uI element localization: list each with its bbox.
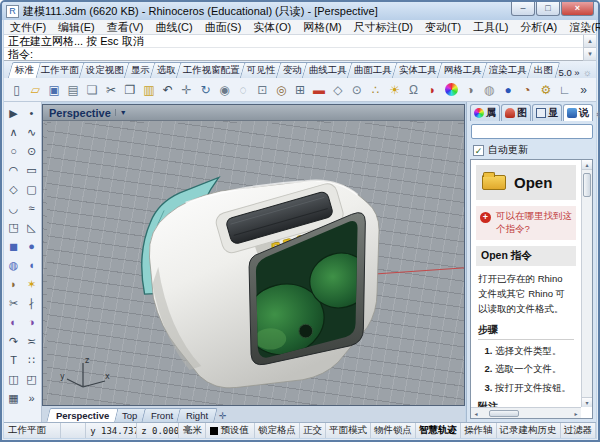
menu-item[interactable]: 查看(V) xyxy=(101,20,150,35)
menu-item[interactable]: 分析(A) xyxy=(515,20,564,35)
toolbar-group-tab[interactable]: 标准 xyxy=(8,62,42,78)
split-icon[interactable]: ∤ xyxy=(23,294,41,313)
toolbar-group-tab[interactable]: 网格工具 xyxy=(436,62,489,78)
box-icon[interactable]: ◼ xyxy=(5,237,23,256)
extend-curve-icon[interactable]: ↷ xyxy=(5,332,23,351)
arc-icon[interactable]: ◠ xyxy=(5,161,23,180)
scroll-up-icon[interactable]: ▴ xyxy=(582,160,592,170)
offset-curve-icon[interactable]: ≍ xyxy=(23,332,41,351)
lamp-icon[interactable]: ☀ xyxy=(385,80,404,99)
loft-surface-icon[interactable]: ◺ xyxy=(23,218,41,237)
rounded-rectangle-icon[interactable]: ▢ xyxy=(23,180,41,199)
scroll-right-icon[interactable]: ▸ xyxy=(571,410,581,417)
status-toggle[interactable]: 平面模式 xyxy=(326,423,371,438)
history-icon[interactable]: ∟ xyxy=(555,80,574,99)
toolbar-group-tab[interactable]: 曲面工具 xyxy=(346,62,399,78)
car-icon[interactable]: ▬ xyxy=(310,80,329,99)
helix-icon[interactable]: ≈ xyxy=(23,199,41,218)
menu-item[interactable]: 曲线(C) xyxy=(149,20,198,35)
perspective-viewport[interactable]: Perspective ▼ xyxy=(42,104,465,406)
units-pane[interactable]: 毫米 xyxy=(179,423,206,438)
panel-tab-properties[interactable]: 属 xyxy=(470,104,500,121)
status-toggle[interactable]: 锁定格点 xyxy=(255,423,300,438)
viewport-layout-icon[interactable]: ⊞ xyxy=(291,80,310,99)
toolbar-overflow-icon[interactable]: » xyxy=(574,80,593,99)
menu-item[interactable]: 变动(T) xyxy=(419,20,467,35)
menu-item[interactable]: 尺寸标注(D) xyxy=(348,20,419,35)
zoom-dynamic-icon[interactable]: ◌ xyxy=(234,80,253,99)
scroll-up-icon[interactable]: ▴ xyxy=(584,35,596,48)
polyline-icon[interactable]: ∧ xyxy=(5,123,23,142)
block-icon[interactable]: ◰ xyxy=(23,370,41,389)
explode-icon[interactable]: ✶ xyxy=(23,275,41,294)
sun-icon[interactable]: ☼ xyxy=(583,67,592,78)
layer-pane[interactable]: 预设值 xyxy=(206,423,255,438)
group-icon[interactable]: ◫ xyxy=(5,370,23,389)
cylinder-icon[interactable]: ◍ xyxy=(5,256,23,275)
control-points-icon[interactable]: ∴ xyxy=(366,80,385,99)
status-toggle[interactable]: 过滤器 xyxy=(561,423,597,438)
sphere-icon[interactable]: ● xyxy=(23,237,41,256)
minimize-button[interactable]: – xyxy=(511,2,535,16)
panel-gear-icon[interactable]: ⚙ xyxy=(594,109,600,121)
viewport-canvas[interactable]: BRAND z x xyxy=(43,121,464,405)
zoom-selected-icon[interactable]: ◎ xyxy=(272,80,291,99)
select-pointer-icon[interactable]: ▶ xyxy=(5,104,23,123)
shaded-sphere-icon[interactable]: ◑ xyxy=(461,80,480,99)
toolbar-group-tab[interactable]: 曲线工具 xyxy=(301,62,354,78)
center-snap-icon[interactable]: ⊙ xyxy=(347,80,366,99)
auto-update-checkbox[interactable]: ✓ xyxy=(473,145,484,156)
menu-item[interactable]: 编辑(E) xyxy=(52,20,101,35)
viewport-menu-dropdown-icon[interactable]: ▼ xyxy=(115,109,127,116)
ellipse-icon[interactable]: ⊙ xyxy=(23,142,41,161)
point-grid-icon[interactable]: ∷ xyxy=(23,351,41,370)
new-file-icon[interactable]: ▯ xyxy=(7,80,26,99)
boolean-difference-icon[interactable]: ◑ xyxy=(23,313,41,332)
help-horizontal-scrollbar[interactable]: ◂ ▸ xyxy=(471,407,581,418)
menu-item[interactable]: 文件(F) xyxy=(4,20,52,35)
scroll-left-icon[interactable]: ◂ xyxy=(471,410,481,417)
scroll-down-icon[interactable]: ▾ xyxy=(582,397,592,407)
cplane-button[interactable]: 工作平面 xyxy=(4,423,61,438)
save-icon[interactable]: ▣ xyxy=(45,80,64,99)
viewport-title[interactable]: Perspective xyxy=(49,107,111,119)
viewport-tab[interactable]: Perspective xyxy=(46,408,119,422)
where-to-find-link[interactable]: + 可以在哪里找到这个指令? xyxy=(476,206,576,240)
rendered-sphere-icon[interactable]: ● xyxy=(499,80,518,99)
fillet-icon[interactable]: ◗ xyxy=(5,275,23,294)
rhino-app-icon[interactable]: R xyxy=(6,5,19,18)
print-icon[interactable]: ▤ xyxy=(64,80,83,99)
toolbar-group-tab[interactable]: 渲染工具 xyxy=(481,62,534,78)
cut-icon[interactable]: ✂ xyxy=(102,80,121,99)
pan-icon[interactable]: ✛ xyxy=(177,80,196,99)
lock-icon[interactable]: Ω xyxy=(404,80,423,99)
control-point-curve-icon[interactable]: ∿ xyxy=(23,123,41,142)
copy-icon[interactable]: ❐ xyxy=(120,80,139,99)
viewport-title-bar[interactable]: Perspective ▼ xyxy=(43,105,464,121)
where-to-find-text[interactable]: 可以在哪里找到这个指令? xyxy=(496,210,572,236)
zoom-icon[interactable]: ◉ xyxy=(215,80,234,99)
toolbar-group-tab[interactable]: 出图 xyxy=(526,62,560,78)
polygon-icon[interactable]: ◇ xyxy=(5,180,23,199)
measure-icon[interactable]: ◇ xyxy=(328,80,347,99)
maximize-button[interactable]: □ xyxy=(536,2,560,16)
surface-3pt-icon[interactable]: ◳ xyxy=(5,218,23,237)
menu-item[interactable]: 实体(O) xyxy=(247,20,297,35)
menu-item[interactable]: 曲面(S) xyxy=(199,20,248,35)
status-toggle[interactable]: 物件锁点 xyxy=(371,423,416,438)
boolean-union-icon[interactable]: ◐ xyxy=(5,313,23,332)
close-button[interactable]: × xyxy=(561,2,594,16)
scroll-down-icon[interactable]: ▾ xyxy=(584,48,596,61)
gears-icon[interactable]: ⚙ xyxy=(536,80,555,99)
freeform-curve-icon[interactable]: ◡ xyxy=(5,199,23,218)
rotate-view-icon[interactable]: ↻ xyxy=(196,80,215,99)
render-settings-icon[interactable]: ◔ xyxy=(517,80,536,99)
array-icon[interactable]: ▦ xyxy=(5,389,23,408)
circle-icon[interactable]: ○ xyxy=(5,142,23,161)
color-wheel-icon[interactable]: ● xyxy=(442,80,461,99)
ellipsoid-icon[interactable]: ◖ xyxy=(23,256,41,275)
open-file-icon[interactable]: ▱ xyxy=(26,80,45,99)
more-tools-icon[interactable]: » xyxy=(23,389,41,408)
scrollbar-thumb[interactable] xyxy=(583,173,591,197)
status-toggle[interactable]: 操作轴 xyxy=(461,423,497,438)
